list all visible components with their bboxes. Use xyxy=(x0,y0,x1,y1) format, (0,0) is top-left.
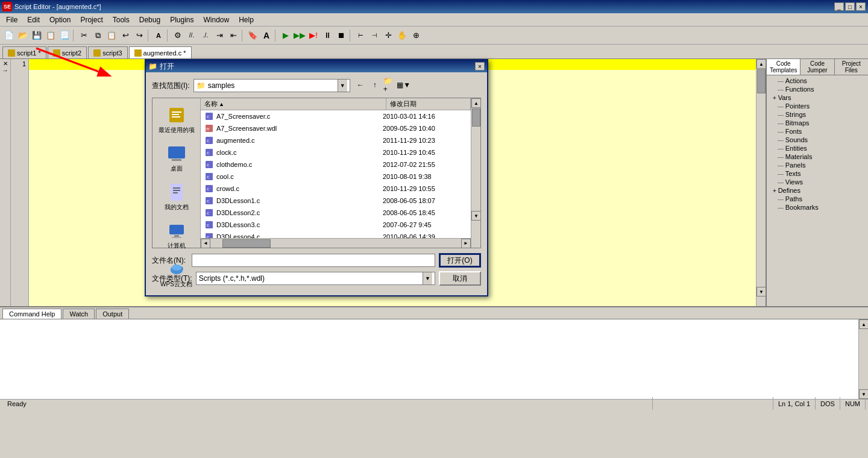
minimize-button[interactable]: _ xyxy=(834,2,844,11)
new-button[interactable]: 📄 xyxy=(2,29,16,42)
tree-sounds[interactable]: Sounds xyxy=(768,136,867,144)
menu-window[interactable]: Window xyxy=(199,14,234,25)
tree-bookmarks[interactable]: Bookmarks xyxy=(768,203,867,212)
hscroll-thumb[interactable] xyxy=(222,239,271,248)
tree-functions[interactable]: Functions xyxy=(768,85,867,93)
undo-button[interactable]: ↩ xyxy=(119,29,132,42)
window-controls[interactable]: _ □ × xyxy=(834,2,866,11)
tree-fonts[interactable]: Fonts xyxy=(768,127,867,136)
sidebar-recent[interactable]: 最近使用的项 xyxy=(157,103,196,137)
file-item-d3dlesson2[interactable]: c D3DLesson2.c 2008-06-05 18:45 xyxy=(201,207,471,219)
file-list-vscrollbar[interactable]: ▲ ▼ xyxy=(471,98,480,248)
run3-button[interactable]: ▶! xyxy=(307,29,320,42)
dialog-close-button[interactable]: × xyxy=(475,62,485,71)
dialog-filetype-combobox[interactable]: Scripts (*.c,*.h,*.wdl) ▼ xyxy=(196,272,435,285)
tree-actions[interactable]: Actions xyxy=(768,77,867,85)
menu-edit[interactable]: Edit xyxy=(22,14,45,25)
menu-file[interactable]: File xyxy=(1,14,22,25)
vscroll-up[interactable]: ▲ xyxy=(471,98,481,108)
tab-script2[interactable]: script2 xyxy=(48,46,87,58)
scroll-thumb[interactable] xyxy=(757,69,766,93)
cursor-button[interactable]: ✛ xyxy=(382,29,395,42)
menu-debug[interactable]: Debug xyxy=(134,14,165,25)
paste-button[interactable]: 📋 xyxy=(105,29,118,42)
bottom-tab-output[interactable]: Output xyxy=(96,309,129,319)
file-list-hscrollbar[interactable]: ◄ ► xyxy=(201,238,471,248)
file-item-d3dlesson3[interactable]: c D3DLesson3.c 2007-06-27 9:45 xyxy=(201,219,471,231)
unindent-button[interactable]: ⇤ xyxy=(227,29,240,42)
dialog-filetype-arrow[interactable]: ▼ xyxy=(423,272,432,284)
save-all-button[interactable]: 📋 xyxy=(44,29,57,42)
open-file-dialog[interactable]: 📁 打开 × 查找范围(I): 📁 samples ▼ ← ↑ 📁+ xyxy=(145,59,488,296)
step-button[interactable]: ⊢ xyxy=(354,29,367,42)
hscroll-right[interactable]: ► xyxy=(461,239,471,248)
run-button[interactable]: ▶ xyxy=(279,29,292,42)
tree-defines[interactable]: Defines xyxy=(768,186,867,195)
tab-script3[interactable]: script3 xyxy=(88,46,127,58)
dialog-location-combobox[interactable]: 📁 samples ▼ xyxy=(193,79,350,92)
tab-augmented[interactable]: augmented.c * xyxy=(129,46,192,58)
bottom-scroll-up[interactable]: ▲ xyxy=(859,319,868,329)
close-file-button[interactable]: 📃 xyxy=(58,29,71,42)
rp-tab-code-jumper[interactable]: Code Jumper xyxy=(800,59,834,75)
col-date-header[interactable]: 修改日期 xyxy=(386,98,471,110)
file-item-cool[interactable]: c cool.c 2010-08-01 9:38 xyxy=(201,171,471,183)
sidebar-desktop[interactable]: 桌面 xyxy=(157,142,196,175)
comment-button[interactable]: //. xyxy=(185,29,198,42)
menu-tools[interactable]: Tools xyxy=(108,14,134,25)
bottom-scroll-down[interactable]: ▼ xyxy=(859,389,868,399)
menu-option[interactable]: Option xyxy=(45,14,75,25)
menu-project[interactable]: Project xyxy=(75,14,107,25)
tree-strings[interactable]: Strings xyxy=(768,110,867,119)
step2-button[interactable]: ⊣ xyxy=(368,29,381,42)
file-item-d3dlesson4[interactable]: c D3DLesson4.c 2010-08-06 14:39 xyxy=(201,231,471,238)
run2-button[interactable]: ▶▶ xyxy=(293,29,306,42)
dialog-new-folder-btn[interactable]: 📁+ xyxy=(383,78,396,92)
tree-views[interactable]: Views xyxy=(768,178,867,186)
tree-entities[interactable]: Entities xyxy=(768,144,867,152)
bottom-tab-command-help[interactable]: Command Help xyxy=(2,309,61,319)
dialog-up-btn[interactable]: ↑ xyxy=(368,78,382,92)
tree-paths[interactable]: Paths xyxy=(768,195,867,203)
file-item-clothdemo[interactable]: c clothdemo.c 2012-07-02 21:55 xyxy=(201,158,471,171)
tree-pointers[interactable]: Pointers xyxy=(768,102,867,110)
bottom-tab-watch[interactable]: Watch xyxy=(63,309,95,319)
scroll-down-arrow[interactable]: ▼ xyxy=(756,287,766,296)
vscroll-thumb[interactable] xyxy=(472,108,480,127)
editor-scrollbar-vertical[interactable]: ▲ ▼ xyxy=(756,59,766,306)
tree-vars[interactable]: Vars xyxy=(768,93,867,102)
hand-button[interactable]: ✋ xyxy=(395,29,409,42)
dialog-view-btn[interactable]: ▦▼ xyxy=(397,78,410,92)
big-a-button[interactable]: A xyxy=(260,29,273,42)
file-item-a7screensaver-wdl[interactable]: w A7_Screensaver.wdl 2009-05-29 10:40 xyxy=(201,122,471,134)
tree-materials[interactable]: Materials xyxy=(768,152,867,161)
col-name-header[interactable]: 名称 ▲ xyxy=(201,98,386,110)
hscroll-left[interactable]: ◄ xyxy=(201,239,210,248)
tab-script1[interactable]: script1 * xyxy=(2,46,46,58)
menu-plugins[interactable]: Plugins xyxy=(165,14,198,25)
tree-panels[interactable]: Panels xyxy=(768,161,867,169)
wheel-button[interactable]: ⊕ xyxy=(409,29,423,42)
bottom-scrollbar-vertical[interactable]: ▲ ▼ xyxy=(858,319,868,399)
dialog-open-button[interactable]: 打开(O) xyxy=(439,253,481,268)
rp-tab-code-templates[interactable]: Code Templates xyxy=(767,59,800,75)
uncomment-button[interactable]: ./. xyxy=(199,29,212,42)
save-button[interactable]: 💾 xyxy=(30,29,43,42)
cut-button[interactable]: ✂ xyxy=(77,29,90,42)
sidebar-documents[interactable]: 我的文档 xyxy=(157,180,196,214)
dialog-location-arrow[interactable]: ▼ xyxy=(338,80,347,92)
open-button[interactable]: 📂 xyxy=(16,29,30,42)
compile-button[interactable]: ⚙ xyxy=(171,29,184,42)
dialog-cancel-button[interactable]: 取消 xyxy=(439,271,481,286)
file-item-crowd[interactable]: c crowd.c 2010-11-29 10:55 xyxy=(201,183,471,195)
file-item-d3dlesson1[interactable]: c D3DLesson1.c 2008-06-05 18:07 xyxy=(201,195,471,207)
pause-button[interactable]: ⏸ xyxy=(321,29,334,42)
file-item-augmented[interactable]: c augmented.c 2011-11-29 10:23 xyxy=(201,134,471,146)
vscroll-down[interactable]: ▼ xyxy=(471,211,481,221)
tree-bitmaps[interactable]: Bitmaps xyxy=(768,119,867,127)
sidebar-computer[interactable]: 计算机 xyxy=(157,219,196,253)
close-button[interactable]: × xyxy=(856,2,866,11)
scroll-up-arrow[interactable]: ▲ xyxy=(756,59,766,69)
dialog-filename-input[interactable] xyxy=(192,254,435,267)
file-item-clock[interactable]: c clock.c 2010-11-29 10:45 xyxy=(201,146,471,158)
